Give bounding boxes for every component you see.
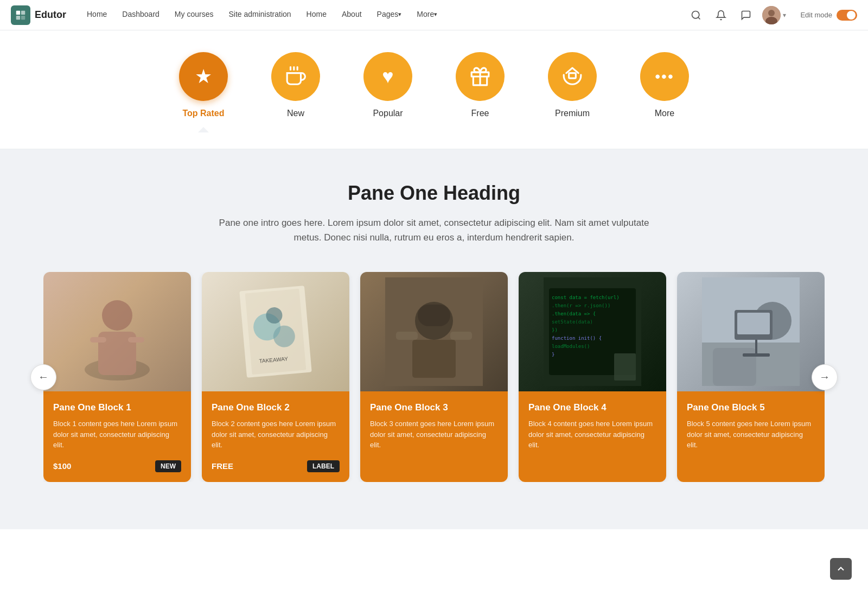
card-4[interactable]: const data = fetch(url) .then(r => r.jso…	[519, 272, 666, 482]
messages-icon-btn[interactable]	[737, 7, 755, 24]
free-icon	[456, 52, 505, 101]
popular-icon: ♥	[363, 52, 412, 101]
carousel-next-btn[interactable]: →	[812, 364, 838, 390]
svg-rect-12	[569, 73, 576, 79]
card-2[interactable]: TAKEAWAY Pane One Block 2 Block 2 conten…	[202, 272, 349, 482]
card-4-image: const data = fetch(url) .then(r => r.jso…	[519, 272, 666, 391]
card-5-body: Pane One Block 5 Block 5 content goes he…	[677, 391, 825, 482]
card-4-body: Pane One Block 4 Block 4 content goes he…	[519, 391, 666, 482]
carousel: ← Pane One Block 1 Block 1 content goes …	[43, 272, 825, 482]
brand-name: Edutor	[35, 9, 66, 21]
card-5-title: Pane One Block 5	[687, 402, 815, 413]
svg-line-5	[698, 17, 700, 19]
nav-home1[interactable]: Home	[79, 0, 114, 30]
more-icon: •••	[640, 52, 689, 101]
navbar: Edutor Home Dashboard My courses Site ad…	[0, 0, 868, 30]
card-3-body: Pane One Block 3 Block 3 content goes he…	[360, 391, 508, 482]
svg-point-14	[102, 300, 132, 331]
carousel-track: Pane One Block 1 Block 1 content goes he…	[43, 272, 825, 482]
nav-links: Home Dashboard My courses Site administr…	[79, 0, 687, 30]
card-2-title: Pane One Block 2	[212, 402, 340, 413]
svg-text:}): })	[552, 327, 558, 333]
svg-text:loadModules(): loadModules()	[552, 344, 590, 349]
notifications-icon-btn[interactable]	[712, 7, 730, 24]
svg-rect-1	[21, 10, 25, 14]
card-1-image	[43, 272, 191, 391]
svg-rect-48	[743, 353, 770, 357]
card-2-badge: Label	[307, 460, 340, 472]
nav-home2[interactable]: Home	[299, 0, 334, 30]
card-1[interactable]: Pane One Block 1 Block 1 content goes he…	[43, 272, 191, 482]
nav-more[interactable]: More	[409, 0, 445, 30]
free-label: Free	[471, 109, 489, 118]
svg-point-7	[768, 10, 775, 16]
chevron-down-icon: ▾	[783, 11, 786, 19]
svg-text:}: }	[552, 352, 554, 357]
edit-mode-switch[interactable]	[837, 10, 857, 21]
card-3-image	[360, 272, 508, 391]
svg-rect-29	[418, 305, 450, 326]
card-2-image: TAKEAWAY	[202, 272, 349, 391]
premium-label: Premium	[555, 109, 590, 118]
card-3-desc: Block 3 content goes here Lorem ipsum do…	[370, 419, 498, 462]
card-1-price: $100	[53, 461, 71, 471]
svg-text:.then(data => {: .then(data => {	[552, 311, 596, 316]
svg-rect-26	[412, 340, 456, 378]
card-2-desc: Block 2 content goes here Lorem ipsum do…	[212, 419, 340, 451]
svg-rect-28	[450, 332, 472, 340]
popular-label: Popular	[373, 109, 403, 118]
category-more[interactable]: ••• More	[640, 52, 689, 132]
search-icon-btn[interactable]	[687, 7, 705, 24]
edit-mode-toggle[interactable]: Edit mode	[800, 10, 857, 21]
top-rated-icon: ★	[179, 52, 228, 101]
categories-section: ★ Top Rated New ♥ Popular Free Premium •…	[0, 30, 868, 149]
brand-icon	[11, 5, 30, 25]
card-4-desc: Block 4 content goes here Lorem ipsum do…	[528, 419, 656, 462]
card-2-footer: FREE Label	[212, 460, 340, 472]
svg-rect-27	[396, 332, 418, 340]
svg-rect-2	[16, 15, 20, 19]
edit-mode-label: Edit mode	[800, 11, 832, 19]
svg-rect-16	[90, 337, 106, 343]
category-free[interactable]: Free	[456, 52, 505, 132]
pane-intro: Pane one intro goes here. Lorem ipsum do…	[212, 215, 656, 245]
nav-site-admin[interactable]: Site administration	[221, 0, 298, 30]
svg-rect-0	[16, 10, 20, 14]
svg-rect-17	[128, 337, 144, 343]
user-avatar-btn[interactable]: ▾	[762, 6, 786, 24]
brand[interactable]: Edutor	[11, 5, 66, 25]
nav-dashboard[interactable]: Dashboard	[114, 0, 167, 30]
top-rated-label: Top Rated	[182, 109, 224, 118]
toggle-knob	[847, 11, 856, 20]
card-1-title: Pane One Block 1	[53, 402, 181, 413]
nav-about[interactable]: About	[334, 0, 369, 30]
card-2-price: FREE	[212, 461, 233, 471]
category-popular[interactable]: ♥ Popular	[363, 52, 412, 132]
active-indicator	[198, 127, 209, 132]
card-1-body: Pane One Block 1 Block 1 content goes he…	[43, 391, 191, 482]
premium-icon	[548, 52, 597, 101]
pane-heading: Pane One Heading	[43, 182, 825, 205]
new-icon	[271, 52, 320, 101]
category-new[interactable]: New	[271, 52, 320, 132]
svg-text:setState(data): setState(data)	[552, 319, 593, 325]
more-label: More	[655, 109, 674, 118]
category-top-rated[interactable]: ★ Top Rated	[179, 52, 228, 132]
svg-rect-40	[614, 353, 636, 381]
card-1-footer: $100 NEW	[53, 460, 181, 472]
svg-point-4	[692, 11, 699, 18]
card-1-desc: Block 1 content goes here Lorem ipsum do…	[53, 419, 181, 451]
nav-pages[interactable]: Pages	[369, 0, 410, 30]
card-3-title: Pane One Block 3	[370, 402, 498, 413]
navbar-right: ▾ Edit mode	[687, 6, 857, 24]
avatar	[762, 6, 781, 24]
svg-rect-46	[737, 313, 770, 334]
main-content: Pane One Heading Pane one intro goes her…	[0, 149, 868, 529]
carousel-prev-btn[interactable]: ←	[30, 364, 56, 390]
card-5[interactable]: Pane One Block 5 Block 5 content goes he…	[677, 272, 825, 482]
svg-rect-3	[21, 15, 25, 19]
nav-my-courses[interactable]: My courses	[167, 0, 221, 30]
card-3[interactable]: Pane One Block 3 Block 3 content goes he…	[360, 272, 508, 482]
scroll-to-top-btn[interactable]	[830, 558, 852, 580]
category-premium[interactable]: Premium	[548, 52, 597, 132]
